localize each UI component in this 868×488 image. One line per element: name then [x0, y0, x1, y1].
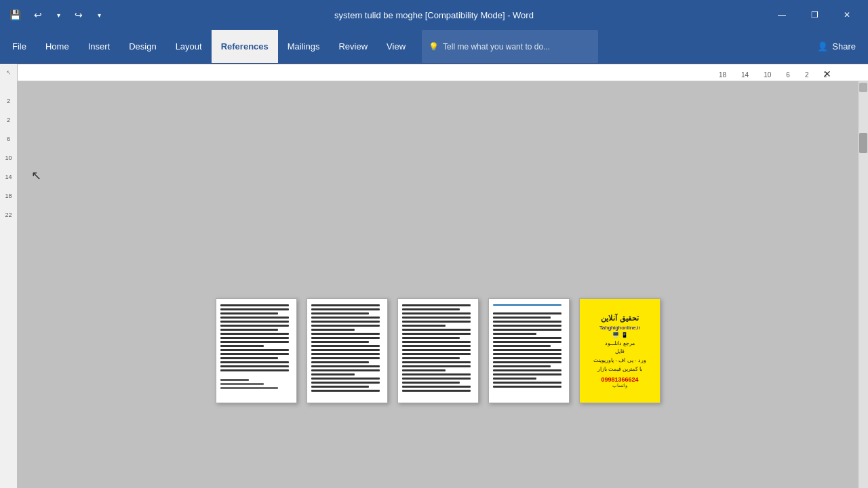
ad-body: مرجع دانلـــودفایلورد - پی اف - پاورپوین…: [593, 340, 646, 374]
title-bar: 💾 ↩ ▾ ↪ ▾ system tulid be moghe [Compati…: [0, 0, 868, 30]
scroll-up-button[interactable]: [859, 83, 867, 92]
tab-home[interactable]: Home: [36, 30, 79, 63]
tab-mailings[interactable]: Mailings: [278, 30, 330, 63]
page-5-ad: تحقیق آنلاین Tahghighonline.ir 🖥️📱 مرجع …: [580, 299, 660, 403]
undo-button[interactable]: ↩: [28, 5, 47, 24]
minimize-button[interactable]: —: [766, 0, 797, 30]
share-button[interactable]: 👤 Share: [808, 30, 865, 63]
title-bar-left: 💾 ↩ ▾ ↪ ▾: [5, 5, 108, 24]
mouse-cursor: ↖: [31, 169, 41, 182]
ad-whatsapp: واتساپ: [612, 383, 627, 388]
page-thumbnail-2[interactable]: [307, 298, 388, 403]
horizontal-ruler-bar: ↖ 18 14 10 6 2 2 ✕: [0, 64, 868, 81]
share-label: Share: [832, 41, 856, 52]
undo-dropdown[interactable]: ▾: [49, 5, 68, 24]
tab-view[interactable]: View: [377, 30, 415, 63]
window-controls: — ❐ ✕: [766, 0, 863, 30]
window-title: system tulid be moghe [Compatibility Mod…: [334, 10, 534, 20]
page-3-content: [398, 299, 478, 397]
page-4-content: [489, 299, 569, 393]
page-thumbnail-5[interactable]: تحقیق آنلاین Tahghighonline.ir 🖥️📱 مرجع …: [579, 298, 660, 403]
document-canvas: ↖: [18, 81, 859, 488]
workspace: 2 2 6 10 14 18 22 ↖: [0, 81, 868, 488]
ruler-corner: ↖: [0, 64, 18, 81]
tab-layout[interactable]: Layout: [166, 30, 212, 63]
ad-phone: 09981366624: [601, 376, 638, 383]
tab-file[interactable]: File: [3, 30, 36, 63]
scroll-thumb[interactable]: [859, 133, 867, 153]
page-2-content: [307, 299, 387, 397]
ruler-number-markers: 18 14 10 6 2 2 ✕: [719, 71, 827, 79]
quick-access-toolbar: ↩ ▾ ↪ ▾: [28, 5, 108, 24]
redo-button[interactable]: ↪: [69, 5, 88, 24]
pages-row: تحقیق آنلاین Tahghighonline.ir 🖥️📱 مرجع …: [216, 298, 660, 403]
page-1-content: [216, 299, 296, 394]
page-thumbnail-3[interactable]: [397, 298, 479, 403]
tab-insert[interactable]: Insert: [79, 30, 120, 63]
ad-title: تحقیق آنلاین: [601, 313, 638, 323]
vertical-ruler-numbers: 2 2 6 10 14 18 22: [5, 98, 12, 218]
close-button[interactable]: ✕: [831, 0, 863, 30]
tab-references[interactable]: References: [212, 30, 278, 63]
ad-icons-row: 🖥️📱: [612, 332, 628, 338]
tell-me-field[interactable]: 💡 Tell me what you want to do...: [422, 30, 598, 63]
tab-review[interactable]: Review: [329, 30, 377, 63]
vertical-scrollbar[interactable]: [859, 81, 868, 488]
tell-me-text: Tell me what you want to do...: [443, 42, 550, 52]
customize-button[interactable]: ▾: [90, 5, 108, 24]
horizontal-ruler: 18 14 10 6 2 2 ✕: [18, 64, 868, 81]
restore-button[interactable]: ❐: [799, 0, 830, 30]
ad-url: Tahghighonline.ir: [599, 325, 641, 331]
ribbon: File Home Insert Design Layout Reference…: [0, 30, 868, 64]
page-thumbnail-4[interactable]: [488, 298, 570, 403]
vertical-ruler: 2 2 6 10 14 18 22: [0, 81, 18, 488]
person-icon: 👤: [817, 41, 828, 52]
tab-design[interactable]: Design: [119, 30, 165, 63]
lightbulb-icon: 💡: [429, 42, 439, 52]
save-button[interactable]: 💾: [5, 5, 24, 24]
page-thumbnail-1[interactable]: [216, 298, 297, 403]
